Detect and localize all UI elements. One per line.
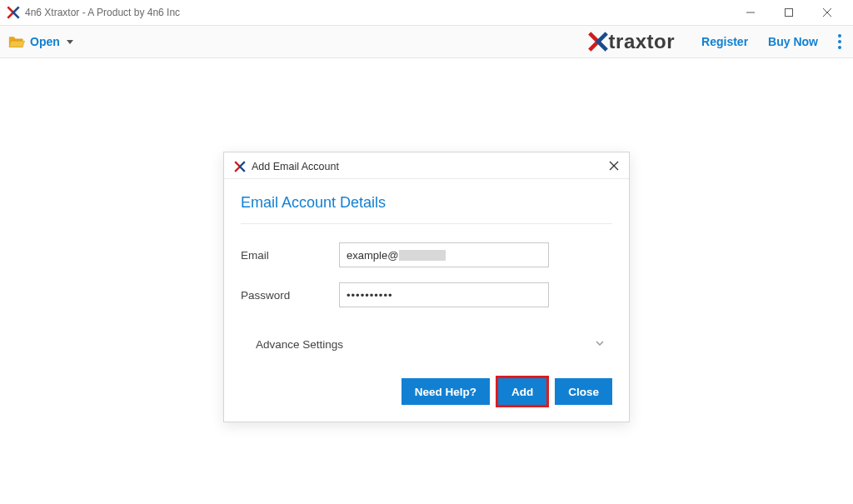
buy-now-link[interactable]: Buy Now bbox=[768, 35, 818, 48]
window-title: 4n6 Xtraxtor - A Product by 4n6 Inc bbox=[25, 7, 180, 18]
password-label: Password bbox=[241, 289, 339, 302]
close-window-button[interactable] bbox=[808, 0, 846, 25]
password-row: Password •••••••••• bbox=[241, 282, 612, 307]
open-menu-button[interactable]: Open bbox=[8, 35, 73, 48]
folder-open-icon bbox=[8, 35, 25, 48]
dialog-title: Add Email Account bbox=[252, 161, 339, 172]
email-label: Email bbox=[241, 249, 339, 262]
email-row: Email example@ bbox=[241, 242, 612, 267]
chevron-down-icon bbox=[594, 337, 606, 352]
close-button[interactable]: Close bbox=[555, 378, 612, 405]
dialog-actions: Need Help? Add Close bbox=[241, 378, 612, 407]
app-icon bbox=[7, 6, 20, 19]
dialog-titlebar: Add Email Account bbox=[224, 152, 629, 179]
add-email-account-dialog: Add Email Account Email Account Details … bbox=[223, 152, 630, 422]
advance-settings-label: Advance Settings bbox=[256, 338, 343, 351]
caret-down-icon bbox=[67, 40, 73, 44]
main-toolbar: Open traxtor Register Buy Now bbox=[0, 25, 853, 58]
email-redacted bbox=[399, 250, 446, 261]
brand-logo: traxtor bbox=[587, 30, 676, 53]
dialog-heading: Email Account Details bbox=[241, 191, 612, 224]
dialog-close-button[interactable] bbox=[609, 159, 619, 173]
need-help-button[interactable]: Need Help? bbox=[402, 378, 490, 405]
email-value-prefix: example@ bbox=[347, 249, 398, 262]
register-link[interactable]: Register bbox=[701, 35, 748, 48]
password-field[interactable]: •••••••••• bbox=[339, 282, 549, 307]
dialog-app-icon bbox=[234, 161, 246, 172]
password-value: •••••••••• bbox=[347, 289, 393, 302]
svg-rect-1 bbox=[786, 9, 793, 17]
minimize-button[interactable] bbox=[731, 0, 770, 25]
add-button[interactable]: Add bbox=[498, 378, 546, 405]
brand-text: traxtor bbox=[609, 30, 676, 53]
window-titlebar: 4n6 Xtraxtor - A Product by 4n6 Inc bbox=[0, 0, 853, 25]
email-field[interactable]: example@ bbox=[339, 242, 549, 267]
window-controls bbox=[731, 0, 846, 25]
more-menu-button[interactable] bbox=[835, 34, 845, 49]
advance-settings-toggle[interactable]: Advance Settings bbox=[241, 322, 612, 378]
brand-x-icon bbox=[587, 31, 609, 52]
maximize-button[interactable] bbox=[770, 0, 808, 25]
open-label: Open bbox=[30, 35, 60, 48]
